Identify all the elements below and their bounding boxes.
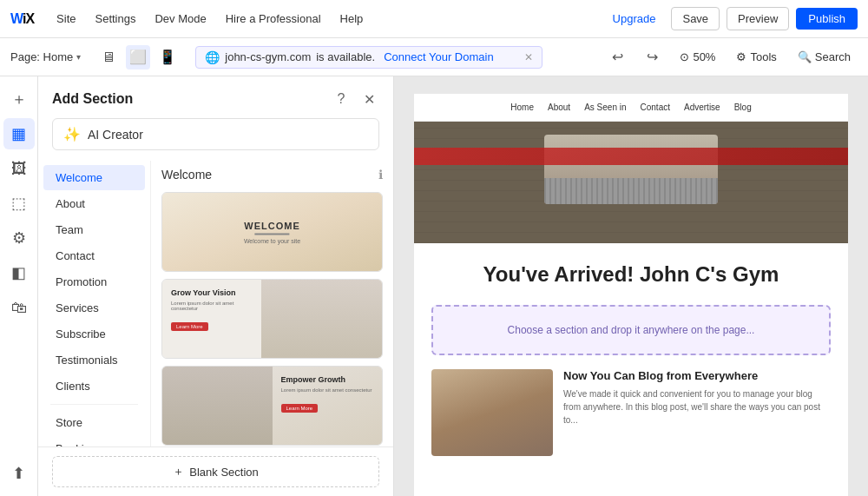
category-item-contact[interactable]: Contact xyxy=(43,243,145,268)
nav-hire-professional[interactable]: Hire a Professional xyxy=(217,9,330,29)
typewriter-keys xyxy=(544,178,718,204)
left-icon-layers[interactable]: ◧ xyxy=(3,257,35,288)
left-icon-add[interactable]: ＋ xyxy=(3,83,35,115)
category-item-store[interactable]: Store xyxy=(43,410,145,435)
left-icon-media[interactable]: 🖼 xyxy=(3,153,35,184)
template-2-right xyxy=(261,280,382,358)
left-icon-settings[interactable]: ⚙ xyxy=(3,222,35,254)
nav-blog[interactable]: Blog xyxy=(734,103,752,112)
blog-content: Now You Can Blog from Everywhere We've m… xyxy=(563,369,831,456)
zoom-icon: ⊙ xyxy=(680,50,689,63)
category-item-services[interactable]: Services xyxy=(43,295,145,321)
nav-home[interactable]: Home xyxy=(510,103,534,112)
category-item-clients[interactable]: Clients xyxy=(43,374,145,399)
left-icon-sections[interactable]: ▦ xyxy=(3,118,35,149)
panel-help-icon[interactable]: ? xyxy=(331,89,352,109)
wix-logo: WiX xyxy=(10,11,34,27)
undo-button[interactable]: ↩ xyxy=(603,43,631,71)
connect-domain-link[interactable]: Connect Your Domain xyxy=(384,50,493,63)
domain-name: john-cs-gym.com xyxy=(225,50,311,63)
page-label: Page: Home xyxy=(10,50,73,63)
tools-button[interactable]: ⚙ Tools xyxy=(729,47,783,67)
blog-text: We've made it quick and convenient for y… xyxy=(563,387,831,427)
category-item-team[interactable]: Team xyxy=(43,217,145,242)
preview-button[interactable]: Preview xyxy=(727,7,789,30)
device-icons: 🖥 ⬜ 📱 xyxy=(89,45,187,69)
hero-title: You've Arrived! John C's Gym xyxy=(414,243,848,305)
template-3-left xyxy=(162,367,273,445)
tools-icon: ⚙ xyxy=(736,50,746,63)
main-area: ＋ ▦ 🖼 ⬚ ⚙ ◧ 🛍 ⬆ Add Section ? ✕ ✨ AI Cre… xyxy=(0,76,868,496)
panel-body: Welcome About Team Contact Promotion Ser… xyxy=(38,161,393,446)
category-item-testimonials[interactable]: Testimonials xyxy=(43,347,145,373)
tablet-icon[interactable]: ⬜ xyxy=(126,45,150,69)
page-selector[interactable]: Page: Home ▾ xyxy=(10,50,81,63)
nav-site[interactable]: Site xyxy=(48,9,84,29)
nav-as-seen-in[interactable]: As Seen in xyxy=(584,103,626,112)
category-item-about[interactable]: About xyxy=(43,191,145,216)
search-button[interactable]: 🔍 Search xyxy=(791,47,858,67)
nav-advertise[interactable]: Advertise xyxy=(684,103,720,112)
category-divider xyxy=(50,404,138,405)
left-sidebar-icons: ＋ ▦ 🖼 ⬚ ⚙ ◧ 🛍 ⬆ xyxy=(0,76,38,496)
typewriter-image xyxy=(544,135,718,204)
zoom-control[interactable]: ⊙ 50% xyxy=(673,47,722,67)
nav-dev-mode[interactable]: Dev Mode xyxy=(146,9,214,29)
template-card-1[interactable]: WELCOME Welcome to your site xyxy=(161,192,383,272)
category-item-bookings[interactable]: Bookings xyxy=(43,436,145,446)
domain-available-text: is available. xyxy=(316,50,375,63)
desktop-icon[interactable]: 🖥 xyxy=(96,45,121,69)
left-icon-upgrade[interactable]: ⬆ xyxy=(3,458,35,489)
category-item-subscribe[interactable]: Subscribe xyxy=(43,321,145,347)
template-card-3[interactable]: Empower Growth Lorem ipsum dolor sit ame… xyxy=(161,366,383,446)
publish-button[interactable]: Publish xyxy=(796,8,858,30)
wix-logo-w: W xyxy=(10,11,23,26)
template-3-right: Empower Growth Lorem ipsum dolor sit ame… xyxy=(273,367,383,445)
redo-button[interactable]: ↪ xyxy=(638,43,666,71)
drop-zone-text: Choose a section and drop it anywhere on… xyxy=(508,324,755,336)
secondbar: Page: Home ▾ 🖥 ⬜ 📱 🌐 john-cs-gym.com is … xyxy=(0,38,868,76)
save-button[interactable]: Save xyxy=(671,7,720,30)
blog-section: Now You Can Blog from Everywhere We've m… xyxy=(431,369,831,470)
blank-section-button[interactable]: ＋ Blank Section xyxy=(52,456,379,487)
left-icon-apps[interactable]: ⬚ xyxy=(3,188,35,219)
secondbar-right: ↩ ↪ ⊙ 50% ⚙ Tools 🔍 Search xyxy=(603,43,858,71)
tools-label: Tools xyxy=(750,50,776,63)
category-item-promotion[interactable]: Promotion xyxy=(43,269,145,294)
zoom-label: 50% xyxy=(693,50,715,63)
drop-zone[interactable]: Choose a section and drop it anywhere on… xyxy=(431,305,831,355)
left-icon-store[interactable]: 🛍 xyxy=(3,292,35,323)
upgrade-button[interactable]: Upgrade xyxy=(604,8,665,30)
template-card-2[interactable]: Grow Your Vision Lorem ipsum dolor sit a… xyxy=(161,279,383,359)
template-card-1-inner: WELCOME Welcome to your site xyxy=(162,193,382,271)
template-card-3-inner: Empower Growth Lorem ipsum dolor sit ame… xyxy=(162,367,382,445)
info-icon[interactable]: ℹ xyxy=(378,168,383,182)
add-section-panel: Add Section ? ✕ ✨ AI Creator Welcome Abo… xyxy=(38,76,394,496)
ai-creator-button[interactable]: ✨ AI Creator xyxy=(52,118,379,150)
template-2-left: Grow Your Vision Lorem ipsum dolor sit a… xyxy=(162,280,261,358)
blog-image xyxy=(431,369,553,456)
nav-about[interactable]: About xyxy=(548,103,570,112)
blank-section-label: Blank Section xyxy=(189,466,259,479)
search-label: Search xyxy=(815,50,851,63)
close-domain-icon[interactable]: ✕ xyxy=(524,51,533,63)
mobile-icon[interactable]: 📱 xyxy=(155,45,180,69)
category-item-welcome[interactable]: Welcome xyxy=(43,165,145,190)
globe-icon: 🌐 xyxy=(205,50,220,64)
panel-close-icon[interactable]: ✕ xyxy=(358,89,379,109)
nav-contact[interactable]: Contact xyxy=(641,103,670,112)
blog-image-inner xyxy=(431,369,553,456)
search-icon: 🔍 xyxy=(798,50,812,63)
canvas-area: Home About As Seen in Contact Advertise … xyxy=(394,76,868,496)
site-nav: Home About As Seen in Contact Advertise … xyxy=(414,94,848,122)
panel-header-icons: ? ✕ xyxy=(331,89,379,109)
domain-bar: 🌐 john-cs-gym.com is available. Connect … xyxy=(195,46,542,69)
template-card-2-inner: Grow Your Vision Lorem ipsum dolor sit a… xyxy=(162,280,382,358)
nav-help[interactable]: Help xyxy=(332,9,372,29)
ai-sparkle-icon: ✨ xyxy=(63,126,81,142)
category-list: Welcome About Team Contact Promotion Ser… xyxy=(38,161,151,446)
template-header: Welcome ℹ xyxy=(161,168,383,182)
topbar: WiX Site Settings Dev Mode Hire a Profes… xyxy=(0,0,868,38)
canvas-inner: Home About As Seen in Contact Advertise … xyxy=(414,94,848,496)
nav-settings[interactable]: Settings xyxy=(87,9,145,29)
